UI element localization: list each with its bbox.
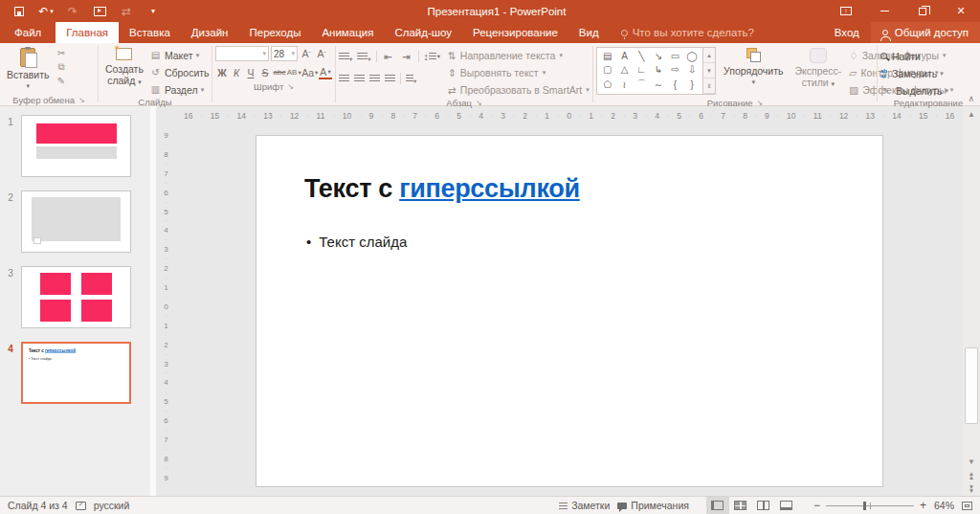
tab-review[interactable]: Рецензирование — [462, 22, 568, 43]
notes-toggle[interactable]: Заметки — [559, 500, 610, 511]
find-button[interactable]: Найти — [880, 49, 976, 63]
align-left-icon[interactable] — [339, 75, 349, 83]
section-button[interactable]: ▥Раздел▾ — [149, 82, 210, 97]
scroll-up-icon[interactable]: ▲ — [963, 106, 980, 122]
arc-shape-icon[interactable]: ⌒ — [633, 77, 650, 93]
align-text-button[interactable]: ⇕Выровнять текст▾ — [448, 65, 590, 80]
next-slide-icon[interactable]: ▼▼ — [963, 482, 980, 496]
increase-indent-icon[interactable]: ⇥ — [400, 50, 413, 64]
grow-font-icon[interactable]: Aˆ — [300, 47, 313, 61]
reset-button[interactable]: ↺Сбросить — [149, 65, 210, 79]
slide-sorter-view-icon[interactable] — [729, 497, 752, 514]
text-direction-button[interactable]: ⇅Направление текста▾ — [448, 48, 590, 63]
align-right-icon[interactable] — [369, 75, 380, 83]
character-spacing-icon[interactable]: АВ▾ — [287, 65, 301, 79]
tell-me-box[interactable]: Что вы хотите сделать? — [610, 22, 754, 43]
customize-qat-icon[interactable]: ▾ — [140, 0, 167, 22]
elbow-connector-shape-icon[interactable]: ∟ — [633, 62, 650, 76]
triangle-shape-icon[interactable]: △ — [616, 62, 634, 76]
columns-icon[interactable]: ▾ — [406, 70, 416, 87]
recent-shapes-shape-icon[interactable]: ▤ — [599, 49, 616, 62]
underline-icon[interactable]: Ч — [244, 65, 257, 79]
right-arrow-shape-icon[interactable]: ⇨ — [667, 62, 684, 76]
slide-4-thumbnail[interactable]: Текст с гиперссылкой • Текст слайда — [21, 342, 131, 404]
convert-smartart-button[interactable]: ⇄Преобразовать в SmartArt▾ — [448, 82, 590, 98]
strikethrough-icon[interactable]: S — [258, 65, 272, 79]
close-icon[interactable]: ✕ — [942, 0, 980, 22]
reading-view-icon[interactable] — [752, 497, 775, 514]
slide-2-thumbnail[interactable] — [21, 190, 131, 253]
new-slide-button[interactable]: Создать слайд ▾ — [101, 46, 147, 90]
drawing-dialog-launcher-icon[interactable]: ↘ — [757, 99, 764, 107]
tab-design[interactable]: Дизайн — [181, 22, 239, 43]
tab-transitions[interactable]: Переходы — [238, 22, 311, 43]
justify-icon[interactable] — [385, 75, 395, 83]
font-size-combo[interactable]: 28▾ — [271, 46, 298, 61]
zoom-in-icon[interactable]: + — [920, 499, 926, 512]
start-slideshow-icon[interactable] — [86, 0, 113, 22]
tab-view[interactable]: Вид — [568, 22, 610, 43]
oval-shape-icon[interactable]: ◯ — [683, 49, 701, 62]
undo-icon[interactable]: ↶▾ — [33, 0, 59, 22]
slide-3-thumbnail[interactable] — [21, 266, 131, 328]
zoom-slider[interactable] — [826, 505, 914, 506]
slide-body-text[interactable]: •Текст слайда — [306, 234, 407, 250]
slide-hyperlink[interactable]: гиперссылкой — [399, 174, 580, 203]
rounded-rectangle-shape-icon[interactable]: ▢ — [599, 62, 616, 76]
down-arrow-shape-icon[interactable]: ⇩ — [683, 62, 701, 76]
elbow-arrow-connector-shape-icon[interactable]: ↳ — [650, 62, 667, 76]
scroll-down-icon[interactable]: ▼ — [963, 454, 980, 469]
line-arrow-shape-icon[interactable]: ↘ — [650, 49, 667, 62]
scribble-shape-icon[interactable]: ≀ — [616, 77, 634, 93]
font-name-combo[interactable]: ▾ — [215, 46, 269, 61]
layout-button[interactable]: ▤Макет▾ — [149, 48, 210, 62]
rectangle-shape-icon[interactable]: ▭ — [667, 49, 684, 62]
text-shadow-icon[interactable]: abc — [273, 65, 286, 79]
curve-shape-icon[interactable]: ∼ — [650, 77, 667, 93]
clipboard-dialog-launcher-icon[interactable]: ↘ — [78, 96, 85, 104]
scrollbar-track[interactable] — [963, 122, 980, 454]
bold-icon[interactable]: Ж — [215, 65, 229, 79]
scrollbar-thumb[interactable] — [965, 347, 978, 424]
bullets-icon[interactable]: ▾ — [339, 48, 352, 65]
paste-button[interactable]: Вставить▾ — [3, 46, 54, 94]
shapes-scroll-up-icon[interactable]: ▲ — [703, 48, 715, 63]
language-indicator[interactable]: русский — [94, 500, 130, 511]
text-box-shape-icon[interactable]: A — [616, 49, 634, 62]
ribbon-display-options-icon[interactable]: ↑ — [827, 0, 865, 22]
restore-icon[interactable] — [903, 0, 942, 22]
save-icon[interactable] — [6, 0, 33, 22]
slide-1-thumbnail[interactable] — [21, 115, 131, 177]
align-center-icon[interactable] — [354, 75, 365, 83]
slideshow-view-icon[interactable] — [775, 497, 798, 514]
tab-home[interactable]: Главная — [56, 22, 119, 43]
previous-slide-icon[interactable]: ▲▲ — [963, 469, 980, 482]
font-color-icon[interactable]: А▾ — [319, 65, 332, 79]
paragraph-dialog-launcher-icon[interactable]: ↘ — [476, 99, 482, 107]
left-brace-shape-icon[interactable]: { — [667, 77, 684, 93]
select-button[interactable]: ↖Выделить▾ — [880, 83, 976, 98]
copy-icon[interactable]: ⧉ — [56, 61, 68, 73]
tab-animations[interactable]: Анимация — [311, 22, 384, 43]
arrange-button[interactable]: Упорядочить▾ — [720, 46, 787, 90]
right-brace-shape-icon[interactable]: } — [683, 77, 701, 93]
comments-toggle[interactable]: Примечания — [617, 500, 689, 511]
collapse-ribbon-icon[interactable]: ∧ — [968, 94, 974, 103]
decrease-indent-icon[interactable]: ⇤ — [382, 50, 395, 64]
sign-in-button[interactable]: Вход — [823, 22, 871, 43]
italic-icon[interactable]: К — [230, 65, 243, 79]
thumbnail-scrollbar[interactable] — [150, 106, 156, 496]
zoom-out-icon[interactable]: − — [813, 499, 820, 512]
shrink-font-icon[interactable]: Aˇ — [315, 47, 328, 61]
normal-view-icon[interactable] — [706, 497, 729, 514]
numbering-icon[interactable]: ▾ — [357, 48, 370, 65]
redo-icon[interactable]: ↷ — [59, 0, 86, 22]
zoom-level[interactable]: 64% — [934, 500, 954, 511]
quick-styles-button[interactable]: Экспресс- стили ▾ — [791, 46, 845, 92]
zoom-slider-thumb[interactable] — [863, 502, 866, 510]
tab-slideshow[interactable]: Слайд-шоу — [384, 22, 462, 43]
minimize-icon[interactable] — [865, 0, 903, 22]
fit-slide-to-window-icon[interactable] — [962, 502, 972, 510]
shapes-scroll-down-icon[interactable]: ▼ — [703, 63, 715, 78]
share-button[interactable]: Общий доступ — [871, 22, 980, 43]
